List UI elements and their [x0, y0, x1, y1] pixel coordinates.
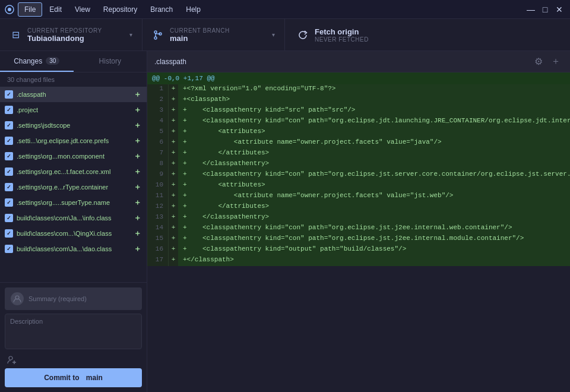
description-input[interactable]: Description	[5, 314, 142, 349]
diff-line: 6 + + <attribute name="owner.project.fac…	[147, 138, 570, 148]
file-add-icon: ＋	[132, 198, 142, 207]
file-name: build\classes\com\Ja...\info.class	[17, 214, 129, 222]
list-item[interactable]: build\classes\com\Ja...\info.class ＋	[0, 210, 147, 226]
diff-actions: ⚙ ＋	[532, 54, 563, 69]
file-checkbox[interactable]	[5, 152, 13, 160]
file-checkbox[interactable]	[5, 214, 13, 222]
line-content: + <classpathentry kind="con" path="org.e…	[178, 116, 570, 127]
line-content: + <classpathentry kind="con" path="org.e…	[178, 223, 570, 234]
diff-line: 2 + +<classpath>	[147, 95, 570, 106]
line-marker: +	[169, 170, 178, 181]
tab-changes[interactable]: Changes 30	[0, 51, 74, 72]
line-content: + <classpathentry kind="con" path="org.e…	[178, 170, 570, 181]
file-name: .settings\org.e...rType.container	[17, 184, 129, 191]
diff-line: 5 + + <attributes>	[147, 127, 570, 138]
menu-help[interactable]: Help	[180, 3, 207, 16]
diff-header: .classpath ⚙ ＋	[147, 51, 570, 72]
line-number: 7	[147, 148, 169, 159]
file-add-icon: ＋	[132, 167, 142, 176]
branch-selector[interactable]: Current branch main ▾	[142, 19, 285, 50]
line-number: 17	[147, 255, 169, 266]
line-marker: +	[169, 84, 178, 95]
diff-line: 9 + + <classpathentry kind="con" path="o…	[147, 170, 570, 181]
fetch-label: Fetch origin	[315, 27, 369, 36]
file-checkbox[interactable]	[5, 229, 13, 238]
commit-summary-input[interactable]: Summary (required)	[5, 287, 142, 310]
diff-line: 10 + + <attributes>	[147, 181, 570, 191]
file-add-icon: ＋	[132, 244, 142, 254]
line-content: + <attribute name="owner.project.facets"…	[178, 138, 570, 148]
line-number: 16	[147, 245, 169, 255]
commit-bottom	[5, 353, 142, 365]
add-coauthor-button[interactable]	[7, 355, 17, 365]
line-content: + <attribute name="owner.project.facets"…	[178, 191, 570, 202]
history-tab-label: History	[99, 57, 121, 65]
line-number: 6	[147, 138, 169, 148]
list-item[interactable]: .setti...\org.eclipse.jdt.core.prefs ＋	[0, 133, 147, 148]
menu-branch[interactable]: Branch	[144, 3, 179, 16]
branch-label: Current branch	[170, 27, 230, 34]
file-checkbox[interactable]	[5, 183, 13, 191]
svg-point-1	[8, 8, 11, 11]
line-number: 5	[147, 127, 169, 138]
gear-button[interactable]: ⚙	[532, 55, 545, 68]
diff-panel: .classpath ⚙ ＋ @@ -0,0 +1,17 @@ 1 + +<?x…	[147, 51, 570, 392]
line-content: + </attributes>	[178, 202, 570, 213]
file-checkbox[interactable]	[5, 121, 13, 129]
file-add-icon: ＋	[132, 229, 142, 238]
svg-point-7	[9, 356, 12, 360]
diff-line: 4 + + <classpathentry kind="con" path="o…	[147, 116, 570, 127]
menu-file[interactable]: File	[18, 2, 42, 17]
sidebar: Changes 30 History 30 changed files .cla…	[0, 51, 147, 392]
file-checkbox[interactable]	[5, 198, 13, 207]
commit-button[interactable]: Commit to main	[5, 368, 142, 387]
file-checkbox[interactable]	[5, 245, 13, 253]
file-checkbox[interactable]	[5, 106, 13, 114]
list-item[interactable]: build\classes\com...\QingXi.class ＋	[0, 226, 147, 241]
list-item[interactable]: .settings\org...mon.component ＋	[0, 148, 147, 164]
list-item[interactable]: .settings\org.e...rType.container ＋	[0, 179, 147, 195]
file-checkbox[interactable]	[5, 167, 13, 176]
list-item[interactable]: .settings\org.....superType.name ＋	[0, 195, 147, 210]
file-add-icon: ＋	[132, 151, 142, 161]
minimize-button[interactable]: —	[525, 6, 537, 13]
file-name: build\classes\com\Ja...\dao.class	[17, 245, 129, 252]
line-marker: +	[169, 148, 178, 159]
fetch-origin-button[interactable]: Fetch origin Never fetched	[285, 19, 570, 50]
menu-edit[interactable]: Edit	[43, 3, 68, 16]
line-number: 12	[147, 202, 169, 213]
diff-line: 17 + +</classpath>	[147, 255, 570, 266]
file-checkbox[interactable]	[5, 90, 13, 99]
list-item[interactable]: .settings\org.ec...t.facet.core.xml ＋	[0, 164, 147, 179]
diff-line: 11 + + <attribute name="owner.project.fa…	[147, 191, 570, 202]
line-content: +</classpath>	[178, 255, 570, 266]
list-item[interactable]: .settings\jsdtscope ＋	[0, 118, 147, 133]
maximize-button[interactable]: □	[539, 6, 551, 13]
menu-repository[interactable]: Repository	[97, 3, 143, 16]
branch-info: Current branch main	[170, 27, 230, 43]
list-item[interactable]: build\classes\com\Ja...\dao.class ＋	[0, 241, 147, 257]
expand-button[interactable]: ＋	[549, 54, 563, 69]
list-item[interactable]: .classpath ＋	[0, 87, 147, 102]
repo-icon: ⊟	[10, 29, 21, 41]
diff-line: 1 + +<?xml version="1.0" encoding="UTF-8…	[147, 84, 570, 95]
line-marker: +	[169, 138, 178, 148]
file-checkbox[interactable]	[5, 137, 13, 145]
file-name: .settings\org.ec...t.facet.core.xml	[17, 168, 129, 175]
file-name: .setti...\org.eclipse.jdt.core.prefs	[17, 137, 129, 144]
line-marker: +	[169, 95, 178, 106]
toolbar: ⊟ Current repository Tubiaoliandong ▾ Cu…	[0, 19, 570, 51]
line-marker: +	[169, 202, 178, 213]
main-content: Changes 30 History 30 changed files .cla…	[0, 51, 570, 392]
repo-selector[interactable]: ⊟ Current repository Tubiaoliandong ▾	[0, 19, 142, 50]
file-add-icon: ＋	[132, 136, 142, 146]
list-item[interactable]: .project ＋	[0, 102, 147, 118]
menu-view[interactable]: View	[69, 3, 96, 16]
line-number: 10	[147, 181, 169, 191]
tab-history[interactable]: History	[74, 51, 147, 72]
summary-placeholder: Summary (required)	[28, 295, 87, 302]
line-marker: +	[169, 106, 178, 116]
line-marker: +	[169, 245, 178, 255]
close-button[interactable]: ✕	[553, 6, 565, 13]
line-number: 8	[147, 159, 169, 170]
